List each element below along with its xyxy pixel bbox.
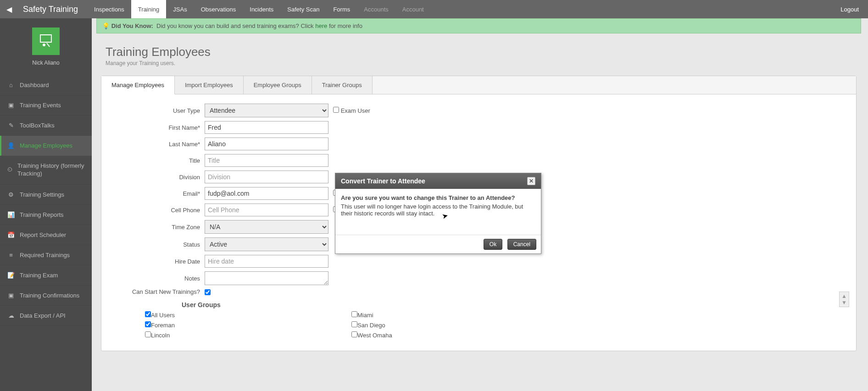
sidebar-data-export[interactable]: ☁Data Export / API bbox=[0, 306, 92, 326]
settings-icon: ⚙ bbox=[7, 191, 15, 198]
user-type-select[interactable]: Attendee bbox=[205, 104, 328, 117]
sidebar-label: Training Reports bbox=[20, 211, 64, 218]
history-icon: ⏲ bbox=[7, 166, 13, 174]
group-checkbox[interactable] bbox=[145, 311, 151, 317]
group-foreman[interactable]: Foreman bbox=[113, 321, 319, 329]
logout-link[interactable]: Logout bbox=[831, 6, 868, 13]
label-can-start: Can Start New Trainings? bbox=[113, 289, 205, 296]
convert-dialog: Convert Trainer to Attendee ✕ Are you su… bbox=[335, 173, 541, 254]
svg-rect-0 bbox=[40, 35, 51, 42]
last-name-input[interactable] bbox=[205, 138, 328, 150]
notes-textarea[interactable] bbox=[205, 271, 328, 285]
sidebar-label: Data Export / API bbox=[20, 312, 66, 319]
tab-manage-employees[interactable]: Manage Employees bbox=[101, 76, 175, 94]
sidebar-manage-employees[interactable]: 👤Manage Employees bbox=[0, 136, 92, 156]
group-west-omaha[interactable]: West Omaha bbox=[319, 331, 526, 339]
sidebar-label: Training Settings bbox=[20, 191, 64, 198]
group-checkbox[interactable] bbox=[145, 331, 151, 337]
dialog-question: Are you sure you want to change this Tra… bbox=[341, 194, 535, 201]
back-button[interactable]: ◀ bbox=[0, 5, 18, 14]
dialog-footer: Ok Cancel bbox=[335, 235, 541, 253]
exam-icon: 📝 bbox=[7, 272, 15, 279]
cell-phone-input[interactable] bbox=[205, 204, 328, 216]
group-label: Lincoln bbox=[151, 332, 170, 339]
nav-safety-scan[interactable]: Safety Scan bbox=[280, 0, 326, 18]
sidebar-label: Training Confirmations bbox=[20, 292, 79, 299]
sidebar-training-history[interactable]: ⏲Training History (formerly Tracking) bbox=[0, 156, 92, 185]
top-nav: Inspections Training JSAs Observations I… bbox=[87, 0, 431, 18]
sidebar-label: Training Exam bbox=[20, 272, 58, 279]
tabs: Manage Employees Import Employees Employ… bbox=[101, 76, 856, 94]
sidebar-training-confirmations[interactable]: ▣Training Confirmations bbox=[0, 286, 92, 306]
dialog-header: Convert Trainer to Attendee ✕ bbox=[335, 173, 541, 189]
group-all-users[interactable]: All Users bbox=[113, 311, 319, 319]
can-start-checkbox[interactable] bbox=[205, 289, 211, 295]
title-input[interactable] bbox=[205, 154, 328, 167]
required-icon: ≡ bbox=[7, 252, 15, 259]
group-label: West Omaha bbox=[357, 332, 392, 339]
label-cell-phone: Cell Phone bbox=[113, 207, 205, 214]
email-input[interactable] bbox=[205, 187, 328, 200]
dashboard-icon: ⌂ bbox=[7, 82, 15, 88]
nav-observations[interactable]: Observations bbox=[194, 0, 243, 18]
toolbox-icon: ✎ bbox=[7, 122, 15, 129]
nav-training[interactable]: Training bbox=[131, 0, 166, 18]
group-lincoln[interactable]: Lincoln bbox=[113, 331, 319, 339]
label-notes: Notes bbox=[113, 275, 205, 282]
nav-incidents[interactable]: Incidents bbox=[243, 0, 280, 18]
group-label: San Diego bbox=[357, 322, 385, 329]
nav-accounts[interactable]: Accounts bbox=[357, 0, 395, 18]
sidebar-label: ToolBoxTalks bbox=[20, 122, 55, 129]
group-label: Miami bbox=[357, 312, 373, 319]
ok-button[interactable]: Ok bbox=[484, 239, 502, 250]
label-user-type: User Type bbox=[113, 107, 205, 114]
nav-jsas[interactable]: JSAs bbox=[166, 0, 194, 18]
label-time-zone: Time Zone bbox=[113, 224, 205, 231]
group-label: Foreman bbox=[151, 322, 175, 329]
sidebar-label: Training History (formerly Tracking) bbox=[17, 162, 85, 178]
nav-account[interactable]: Account bbox=[395, 0, 431, 18]
sidebar-required-trainings[interactable]: ≡Required Trainings bbox=[0, 245, 92, 265]
avatar bbox=[32, 28, 60, 55]
label-title: Title bbox=[113, 157, 205, 164]
first-name-input[interactable] bbox=[205, 121, 328, 134]
sidebar: Nick Aliano ⌂Dashboard ▣Training Events … bbox=[0, 18, 92, 391]
dialog-close-button[interactable]: ✕ bbox=[527, 177, 535, 185]
nav-inspections[interactable]: Inspections bbox=[87, 0, 131, 18]
tab-employee-groups[interactable]: Employee Groups bbox=[244, 76, 312, 94]
group-san-diego[interactable]: San Diego bbox=[319, 321, 526, 329]
label-hire-date: Hire Date bbox=[113, 258, 205, 265]
sidebar-toolboxtalks[interactable]: ✎ToolBoxTalks bbox=[0, 116, 92, 136]
groups-col-left: All Users Foreman Lincoln bbox=[113, 311, 319, 341]
info-banner: 💡 Did You Know: Did you know you can bui… bbox=[96, 18, 861, 33]
hire-date-input[interactable] bbox=[205, 255, 328, 268]
events-icon: ▣ bbox=[7, 102, 15, 109]
status-select[interactable]: Active bbox=[205, 237, 328, 251]
sidebar-training-exam[interactable]: 📝Training Exam bbox=[0, 265, 92, 286]
group-label: All Users bbox=[151, 312, 175, 319]
sidebar-training-reports[interactable]: 📊Training Reports bbox=[0, 205, 92, 225]
group-miami[interactable]: Miami bbox=[319, 311, 526, 319]
group-checkbox[interactable] bbox=[351, 321, 357, 327]
banner-text: Did you know you can build and send trai… bbox=[156, 22, 315, 29]
sidebar-report-scheduler[interactable]: 📅Report Scheduler bbox=[0, 225, 92, 245]
sidebar-training-events[interactable]: ▣Training Events bbox=[0, 95, 92, 116]
exam-user-checkbox[interactable] bbox=[333, 107, 339, 113]
sidebar-training-settings[interactable]: ⚙Training Settings bbox=[0, 185, 92, 205]
time-zone-select[interactable]: N/A bbox=[205, 220, 328, 234]
page-title: Training Employees bbox=[106, 45, 852, 59]
tab-trainer-groups[interactable]: Trainer Groups bbox=[312, 76, 373, 94]
division-input[interactable] bbox=[205, 171, 328, 183]
cancel-button[interactable]: Cancel bbox=[507, 239, 536, 250]
tab-import-employees[interactable]: Import Employees bbox=[175, 76, 244, 94]
scroll-stepper[interactable]: ▲▼ bbox=[839, 292, 849, 307]
banner-link[interactable]: here bbox=[315, 22, 327, 29]
training-icon bbox=[38, 33, 54, 50]
sidebar-dashboard[interactable]: ⌂Dashboard bbox=[0, 75, 92, 95]
group-checkbox[interactable] bbox=[351, 331, 357, 337]
bulb-icon: 💡 bbox=[102, 22, 111, 29]
label-user-groups: User Groups bbox=[182, 301, 845, 308]
nav-forms[interactable]: Forms bbox=[326, 0, 357, 18]
group-checkbox[interactable] bbox=[351, 311, 357, 317]
group-checkbox[interactable] bbox=[145, 321, 151, 327]
